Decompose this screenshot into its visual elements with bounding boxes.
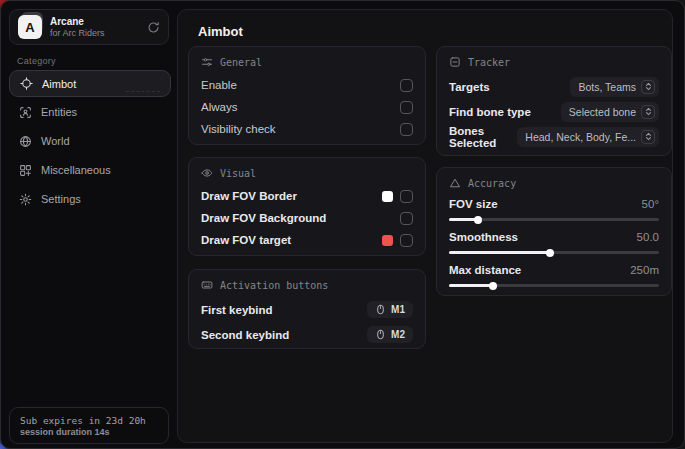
setting-label: Bones Selected (449, 125, 517, 149)
setting-row-first-keybind: First keybind M1 (201, 297, 413, 322)
setting-row-always: Always (201, 96, 413, 118)
setting-label: First keybind (201, 304, 273, 316)
setting-row-fov-border: Draw FOV Border (201, 185, 413, 207)
sidebar-item-label: Miscellaneous (41, 164, 111, 176)
enable-checkbox[interactable] (400, 79, 413, 92)
keybind-value: M1 (391, 304, 405, 315)
slider-value: 50.0 (637, 231, 659, 243)
page-title: Aimbot (198, 24, 243, 39)
smoothness-setting: Smoothness 50.0 (449, 228, 659, 254)
smoothness-slider[interactable] (449, 251, 659, 254)
refresh-icon[interactable] (147, 21, 160, 34)
slider-label: FOV size (449, 198, 498, 210)
setting-row-enable: Enable (201, 74, 413, 96)
gear-icon (19, 193, 32, 206)
sliders-icon (201, 56, 213, 68)
selected-item-decoration (126, 84, 160, 92)
slider-fill (449, 251, 550, 254)
crosshair-icon (20, 77, 33, 90)
color-swatch-white[interactable] (382, 191, 393, 202)
setting-label: Find bone type (449, 106, 531, 118)
dropdown-value: Selected bone (569, 106, 636, 118)
main-panel: Aimbot General Enable Always Visibili (177, 9, 673, 443)
category-label: Category (17, 56, 56, 66)
dropdown-value: Bots, Teams (578, 81, 636, 93)
second-keybind-button[interactable]: M2 (367, 326, 413, 343)
setting-row-targets: Targets Bots, Teams (449, 74, 659, 99)
keyboard-icon (201, 279, 213, 291)
max-distance-slider[interactable] (449, 284, 659, 287)
app-subtitle: for Arc Riders (50, 28, 139, 38)
setting-label: Second keybind (201, 329, 289, 341)
card-title: Activation buttons (220, 280, 328, 291)
fov-target-checkbox[interactable] (400, 234, 413, 247)
card-title: General (220, 57, 262, 68)
visual-card: Visual Draw FOV Border Draw FOV Backgrou… (188, 157, 426, 256)
eye-icon (201, 167, 213, 179)
activation-card: Activation buttons First keybind M1 Seco… (188, 269, 426, 349)
sidebar-item-world[interactable]: World (9, 127, 171, 155)
app-name: Arcane (50, 16, 139, 28)
visibility-check-checkbox[interactable] (400, 123, 413, 136)
slider-value: 50° (642, 198, 659, 210)
bone-type-dropdown[interactable]: Selected bone (561, 102, 659, 122)
fov-size-slider[interactable] (449, 218, 659, 221)
fov-background-checkbox[interactable] (400, 212, 413, 225)
card-title: Tracker (468, 57, 510, 68)
sidebar-item-label: Entities (41, 106, 77, 118)
sidebar-item-label: World (41, 135, 70, 147)
slider-fill (449, 284, 493, 287)
setting-label: Targets (449, 81, 490, 93)
slider-label: Max distance (449, 264, 521, 276)
chevrons-up-down-icon (641, 105, 655, 119)
slider-fill (449, 218, 478, 221)
sidebar-item-label: Aimbot (42, 78, 76, 90)
setting-row-find-bone-type: Find bone type Selected bone (449, 99, 659, 124)
max-distance-setting: Max distance 250m (449, 261, 659, 287)
sidebar-item-entities[interactable]: Entities (9, 98, 171, 126)
dropdown-value: Head, Neck, Body, Fe... (525, 131, 636, 143)
subscription-info: Sub expires in 23d 20h session duration … (9, 407, 169, 444)
setting-label: Enable (201, 79, 237, 91)
general-card: General Enable Always Visibility check (188, 46, 426, 145)
setting-row-bones-selected: Bones Selected Head, Neck, Body, Fe... (449, 124, 659, 149)
tracker-card: Tracker Targets Bots, Teams Find bone ty… (436, 46, 672, 156)
setting-label: Draw FOV target (201, 234, 291, 246)
fov-border-checkbox[interactable] (400, 190, 413, 203)
chevrons-up-down-icon (641, 80, 655, 94)
logo-letter: A (18, 15, 42, 39)
triangle-icon (449, 177, 461, 189)
box-minus-icon (449, 56, 461, 68)
setting-label: Draw FOV Border (201, 190, 297, 202)
first-keybind-button[interactable]: M1 (367, 301, 413, 318)
grid-icon (19, 164, 32, 177)
sidebar-item-label: Settings (41, 193, 81, 205)
app-logo: A (18, 15, 42, 39)
keybind-value: M2 (391, 329, 405, 340)
sidebar-item-settings[interactable]: Settings (9, 185, 171, 213)
bones-selected-dropdown[interactable]: Head, Neck, Body, Fe... (517, 127, 659, 147)
setting-row-second-keybind: Second keybind M2 (201, 322, 413, 347)
color-swatch-red[interactable] (382, 235, 393, 246)
accuracy-card: Accuracy FOV size 50° Smoothness 50.0 (436, 167, 672, 296)
setting-label: Always (201, 101, 237, 113)
sidebar-item-miscellaneous[interactable]: Miscellaneous (9, 156, 171, 184)
setting-label: Visibility check (201, 123, 276, 135)
entities-scan-icon (19, 106, 32, 119)
fov-size-setting: FOV size 50° (449, 195, 659, 221)
slider-label: Smoothness (449, 231, 518, 243)
mouse-icon (375, 329, 386, 340)
globe-icon (19, 135, 32, 148)
sidebar-nav: Aimbot Entities World (9, 70, 171, 214)
sub-expiry-text: Sub expires in 23d 20h (20, 415, 158, 426)
sidebar-item-aimbot[interactable]: Aimbot (9, 70, 171, 97)
app-window: A Arcane for Arc Riders Category Aimbot (0, 0, 685, 449)
always-checkbox[interactable] (400, 101, 413, 114)
setting-row-visibility-check: Visibility check (201, 118, 413, 140)
setting-label: Draw FOV Background (201, 212, 326, 224)
session-duration-text: session duration 14s (20, 427, 158, 437)
slider-value: 250m (630, 264, 659, 276)
card-title: Accuracy (468, 178, 516, 189)
targets-dropdown[interactable]: Bots, Teams (570, 77, 659, 97)
setting-row-fov-background: Draw FOV Background (201, 207, 413, 229)
